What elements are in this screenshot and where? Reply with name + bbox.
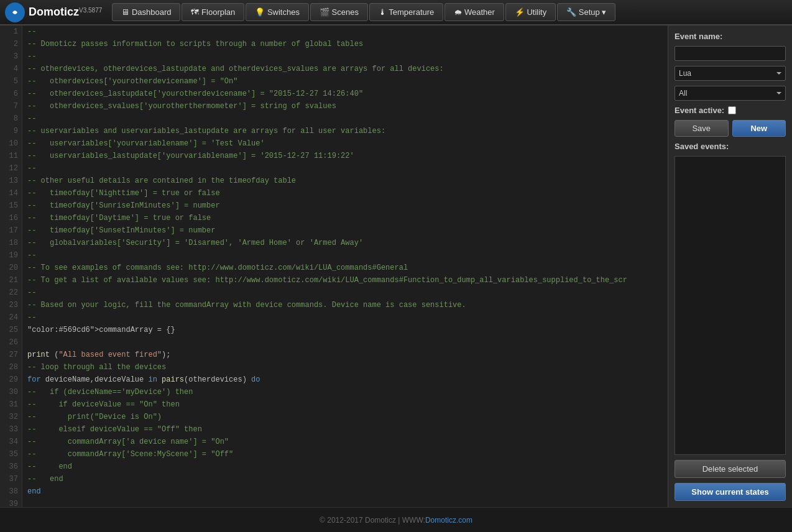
code-row: 9-- uservariables and uservariables_last… [0, 125, 668, 137]
main-area: 1--2-- Domoticz passes information to sc… [0, 25, 792, 507]
code-line: "color:#569cd6">commandArray = {} [22, 324, 668, 336]
line-number: 21 [0, 274, 22, 287]
line-number: 25 [0, 324, 22, 336]
code-line: -- uservariables_lastupdate['yourvariabl… [22, 150, 668, 162]
code-line: -- [22, 249, 668, 262]
code-line: -- timeofday['Daytime'] = true or false [22, 212, 668, 224]
code-line: -- To get a list of available values see… [22, 274, 668, 287]
code-line: -- other useful details are contained in… [22, 175, 668, 187]
line-number: 30 [0, 386, 22, 398]
event-active-checkbox[interactable] [728, 106, 736, 114]
code-line: -- Domoticz passes information to script… [22, 38, 668, 50]
line-number: 19 [0, 249, 22, 262]
new-button[interactable]: New [732, 120, 786, 137]
code-row: 30-- if (deviceName=='myDevice') then [0, 386, 668, 398]
event-name-input[interactable] [675, 46, 786, 61]
nav-weather[interactable]: 🌧 Weather [444, 3, 504, 21]
line-number: 24 [0, 311, 22, 324]
code-line: -- uservariables and uservariables_lastu… [22, 125, 668, 137]
code-row: 34-- commandArray['a device name'] = "On… [0, 436, 668, 448]
line-number: 9 [0, 125, 22, 137]
code-line [22, 498, 668, 499]
code-row: 35-- commandArray['Scene:MyScene'] = "Of… [0, 448, 668, 461]
line-number: 23 [0, 299, 22, 311]
code-row: 22-- [0, 287, 668, 299]
logo-text: DomoticzV3.5877 [29, 6, 102, 19]
line-number: 33 [0, 423, 22, 436]
code-line: -- if deviceValue == "On" then [22, 398, 668, 411]
code-row: 32-- print("Device is On") [0, 411, 668, 423]
code-row: 13-- other useful details are contained … [0, 175, 668, 187]
code-line: -- uservariables['yourvariablename'] = '… [22, 137, 668, 150]
code-line: -- otherdevices_svalues['yourotherthermo… [22, 100, 668, 112]
code-row: 10-- uservariables['yourvariablename'] =… [0, 137, 668, 150]
nav-setup[interactable]: 🔧 Setup ▾ [557, 3, 615, 21]
nav-scenes[interactable]: 🎬 Scenes [310, 3, 368, 21]
code-line: -- loop through all the devices [22, 361, 668, 374]
line-number: 1 [0, 25, 22, 38]
code-row: 6-- otherdevices_lastupdate['yourotherde… [0, 88, 668, 100]
line-number: 11 [0, 150, 22, 162]
code-row: 4-- otherdevices, otherdevices_lastupdat… [0, 63, 668, 75]
line-number: 18 [0, 237, 22, 249]
code-row: 5-- otherdevices['yourotherdevicename'] … [0, 75, 668, 88]
line-number: 38 [0, 485, 22, 498]
line-number: 27 [0, 349, 22, 361]
code-line: end [22, 485, 668, 498]
code-line: -- To see examples of commands see: http… [22, 262, 668, 274]
code-line: -- [22, 311, 668, 324]
code-row: 23-- Based on your logic, fill the comma… [0, 299, 668, 311]
lua-select[interactable]: Lua Python Blockly [675, 66, 786, 81]
logo-icon [5, 2, 25, 22]
nav-dashboard[interactable]: 🖥 Dashboard [112, 3, 180, 21]
code-row: 7-- otherdevices_svalues['yourothertherm… [0, 100, 668, 112]
line-number: 10 [0, 137, 22, 150]
delete-selected-button[interactable]: Delete selected [675, 460, 786, 478]
code-line: -- globalvariables['Security'] = 'Disarm… [22, 237, 668, 249]
saved-events-box[interactable] [675, 156, 786, 455]
code-line: -- otherdevices['yourotherdevicename'] =… [22, 75, 668, 88]
save-new-row: Save New [675, 120, 786, 137]
line-number: 4 [0, 63, 22, 75]
nav-utility[interactable]: ⚡ Utility [505, 3, 556, 21]
line-number: 34 [0, 436, 22, 448]
code-row: 3-- [0, 50, 668, 63]
code-row: 28-- loop through all the devices [0, 361, 668, 374]
line-number: 32 [0, 411, 22, 423]
right-panel: Event name: Lua Python Blockly All Devic… [668, 25, 792, 507]
code-line: -- [22, 25, 668, 38]
line-number: 15 [0, 200, 22, 212]
code-row: 24-- [0, 311, 668, 324]
line-number: 37 [0, 473, 22, 485]
line-number: 13 [0, 175, 22, 187]
code-row: 38end [0, 485, 668, 498]
code-row: 25"color:#569cd6">commandArray = {} [0, 324, 668, 336]
save-button[interactable]: Save [675, 120, 729, 137]
line-number: 5 [0, 75, 22, 88]
nav-switches[interactable]: 💡 Switches [246, 3, 309, 21]
line-number: 12 [0, 162, 22, 175]
code-line: -- commandArray['a device name'] = "On" [22, 436, 668, 448]
code-row: 33-- elseif deviceValue == "Off" then [0, 423, 668, 436]
code-row: 21-- To get a list of available values s… [0, 274, 668, 287]
nav-temperature[interactable]: 🌡 Temperature [369, 3, 443, 21]
line-number: 26 [0, 336, 22, 349]
logo: DomoticzV3.5877 [5, 2, 102, 22]
code-line: -- end [22, 461, 668, 473]
code-row: 29for deviceName,deviceValue in pairs(ot… [0, 374, 668, 386]
all-select[interactable]: All Device Time Variable Security Heartb… [675, 86, 786, 101]
nav-floorplan[interactable]: 🗺 Floorplan [182, 3, 244, 21]
event-name-label: Event name: [675, 32, 786, 41]
code-row: 14-- timeofday['Nighttime'] = true or fa… [0, 187, 668, 200]
code-line: -- end [22, 473, 668, 485]
line-number: 20 [0, 262, 22, 274]
footer-website-link[interactable]: Domoticz.com [425, 516, 472, 525]
code-line: -- timeofday['SunsetInMinutes'] = number [22, 224, 668, 237]
line-number: 7 [0, 100, 22, 112]
code-line: -- [22, 162, 668, 175]
code-editor[interactable]: 1--2-- Domoticz passes information to sc… [0, 25, 668, 507]
line-number: 3 [0, 50, 22, 63]
line-number: 2 [0, 38, 22, 50]
show-current-states-button[interactable]: Show current states [675, 483, 786, 501]
code-line: -- otherdevices_lastupdate['yourotherdev… [22, 88, 668, 100]
